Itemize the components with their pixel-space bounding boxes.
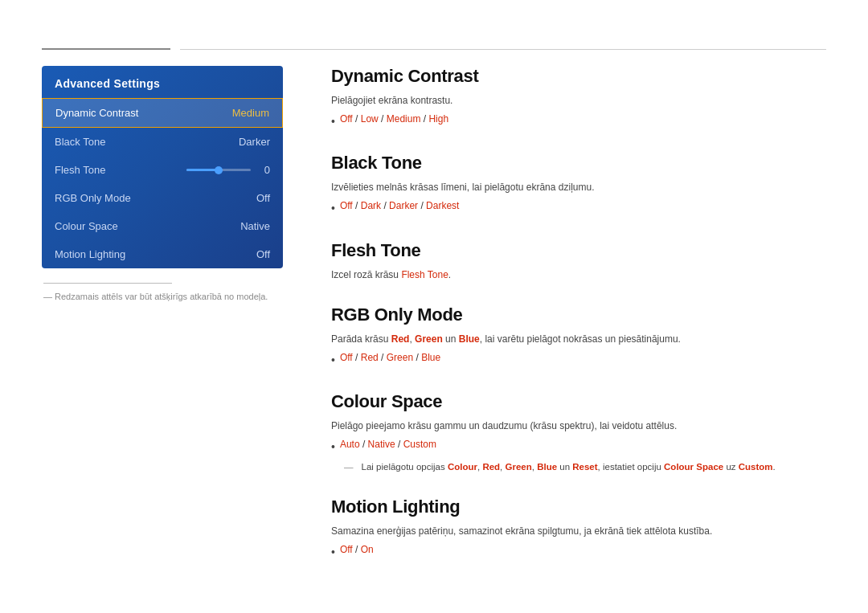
bullet-text-colour-space: Auto / Native / Custom [340, 437, 436, 452]
section-title-black-tone: Black Tone [331, 153, 826, 174]
bullet-dot-5: • [331, 543, 335, 561]
menu-label-black-tone: Black Tone [55, 136, 105, 148]
section-title-motion-lighting: Motion Lighting [331, 497, 826, 517]
bullet-text-black-tone: Off / Dark / Darker / Darkest [340, 198, 460, 214]
section-desc-colour-space: Pielāgo pieejamo krāsu gammu un daudzumu… [331, 419, 826, 433]
bullet-dot-3: • [331, 351, 335, 369]
divider-short [42, 48, 170, 50]
bullet-text-dynamic-contrast: Off / Low / Medium / High [340, 112, 448, 127]
bullet-dot-4: • [331, 438, 335, 456]
section-black-tone: Black Tone Izvēlieties melnās krāsas līm… [331, 153, 826, 217]
settings-title: Advanced Settings [42, 66, 283, 98]
section-desc-black-tone: Izvēlieties melnās krāsas līmeni, lai pi… [331, 180, 826, 194]
colour-space-indent-note: — Lai pielāgotu opcijas Colour, Red, Gre… [344, 460, 826, 474]
section-desc-rgb-only-mode: Parāda krāsu Red, Green un Blue, lai var… [331, 332, 826, 346]
slider-fill [186, 169, 219, 171]
section-desc-motion-lighting: Samazina enerģijas patēriņu, samazinot e… [331, 524, 826, 538]
menu-item-motion-lighting[interactable]: Motion Lighting Off [42, 240, 283, 268]
menu-item-rgb-only-mode[interactable]: RGB Only Mode Off [42, 184, 283, 212]
menu-label-dynamic-contrast: Dynamic Contrast [55, 107, 138, 119]
section-desc-dynamic-contrast: Pielāgojiet ekrāna kontrastu. [331, 93, 826, 108]
section-flesh-tone: Flesh Tone Izcel rozā krāsu Flesh Tone. [331, 240, 826, 282]
divider-long [180, 49, 826, 50]
menu-item-flesh-tone[interactable]: Flesh Tone 0 [42, 156, 283, 184]
right-content: Dynamic Contrast Pielāgojiet ekrāna kont… [331, 66, 826, 583]
menu-label-motion-lighting: Motion Lighting [55, 248, 125, 260]
bullet-text-motion-lighting: Off / On [340, 542, 374, 558]
menu-value-colour-space: Native [240, 220, 270, 232]
menu-label-rgb-only-mode: RGB Only Mode [55, 192, 131, 204]
section-title-flesh-tone: Flesh Tone [331, 240, 826, 261]
section-motion-lighting: Motion Lighting Samazina enerģijas patēr… [331, 497, 826, 561]
section-title-colour-space: Colour Space [331, 391, 826, 412]
flesh-tone-value: 0 [257, 164, 270, 176]
bullet-colour-space: • Auto / Native / Custom [331, 437, 826, 456]
main-layout: Advanced Settings Dynamic Contrast Mediu… [0, 66, 868, 583]
menu-value-dynamic-contrast: Medium [232, 107, 269, 119]
bullet-rgb-only-mode: • Off / Red / Green / Blue [331, 350, 826, 369]
section-desc-flesh-tone: Izcel rozā krāsu Flesh Tone. [331, 268, 826, 282]
menu-item-colour-space[interactable]: Colour Space Native [42, 212, 283, 240]
opt-off: Off [340, 113, 353, 125]
bullet-dot-2: • [331, 199, 335, 217]
flesh-tone-control: 0 [186, 164, 270, 176]
slider-thumb [215, 166, 223, 174]
menu-label-colour-space: Colour Space [55, 220, 118, 232]
bullet-motion-lighting: • Off / On [331, 542, 826, 561]
section-title-rgb-only-mode: RGB Only Mode [331, 304, 826, 325]
colour-space-note-text: Lai pielāgotu opcijas Colour, Red, Green… [362, 460, 776, 474]
note-section: — Redzamais attēls var būt atšķirīgs atk… [42, 283, 283, 304]
menu-item-dynamic-contrast[interactable]: Dynamic Contrast Medium [42, 98, 283, 128]
menu-label-flesh-tone: Flesh Tone [55, 164, 105, 176]
menu-item-black-tone[interactable]: Black Tone Darker [42, 128, 283, 156]
settings-box: Advanced Settings Dynamic Contrast Mediu… [42, 66, 283, 268]
menu-value-black-tone: Darker [239, 136, 270, 148]
bullet-text-rgb-only-mode: Off / Red / Green / Blue [340, 350, 440, 366]
section-rgb-only-mode: RGB Only Mode Parāda krāsu Red, Green un… [331, 304, 826, 369]
menu-value-motion-lighting: Off [256, 248, 270, 260]
section-colour-space: Colour Space Pielāgo pieejamo krāsu gamm… [331, 391, 826, 474]
menu-value-rgb-only-mode: Off [256, 192, 270, 204]
note-line [43, 283, 172, 284]
section-title-dynamic-contrast: Dynamic Contrast [331, 66, 826, 87]
bullet-black-tone: • Off / Dark / Darker / Darkest [331, 198, 826, 217]
flesh-tone-slider[interactable] [186, 169, 251, 171]
left-panel: Advanced Settings Dynamic Contrast Mediu… [42, 66, 283, 583]
em-dash: — [344, 460, 354, 474]
bullet-dot: • [331, 112, 335, 130]
section-dynamic-contrast: Dynamic Contrast Pielāgojiet ekrāna kont… [331, 66, 826, 130]
note-text: — Redzamais attēls var būt atšķirīgs atk… [43, 290, 281, 304]
top-dividers [0, 48, 868, 50]
bullet-dynamic-contrast: • Off / Low / Medium / High [331, 112, 826, 130]
